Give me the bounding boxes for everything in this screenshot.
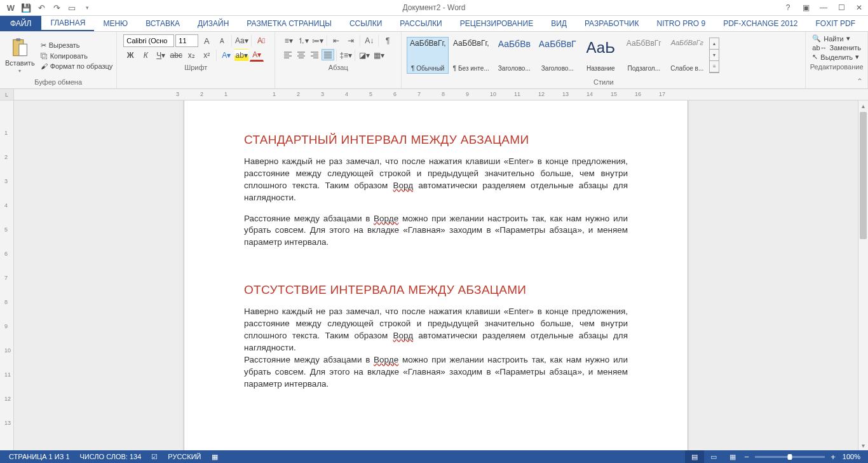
style-subtitle[interactable]: АаБбВвГгПодзагол... <box>623 37 665 74</box>
align-justify-icon[interactable] <box>322 49 334 60</box>
new-doc-icon[interactable]: ▭ <box>65 1 79 15</box>
cut-button[interactable]: ✂Вырезать <box>39 41 114 50</box>
paste-button[interactable]: Вставить ▾ <box>3 36 37 75</box>
tab-review[interactable]: РЕЦЕНЗИРОВАНИЕ <box>451 16 542 31</box>
text-effects-icon[interactable]: A▾ <box>219 49 233 62</box>
zoom-slider[interactable] <box>755 456 825 458</box>
align-left-icon[interactable] <box>281 49 294 60</box>
tab-home[interactable]: ГЛАВНАЯ <box>41 16 94 31</box>
italic-button[interactable]: К <box>139 49 153 62</box>
close-icon[interactable]: ✕ <box>850 1 868 15</box>
ruler-corner[interactable]: L <box>0 89 14 100</box>
align-right-icon[interactable] <box>308 49 321 60</box>
tab-view[interactable]: ВИД <box>542 16 576 31</box>
change-case-icon[interactable]: Aa▾ <box>234 34 248 47</box>
style-title[interactable]: АаЬНазвание <box>580 37 621 74</box>
scroll-down-icon[interactable]: ▾ <box>858 440 868 450</box>
zoom-thumb[interactable] <box>788 454 792 460</box>
svg-rect-2 <box>19 44 27 55</box>
tab-insert[interactable]: ВСТАВКА <box>137 16 189 31</box>
scroll-up-icon[interactable]: ▴ <box>858 100 868 111</box>
bold-button[interactable]: Ж <box>123 49 137 62</box>
styles-more-icon[interactable]: ≡ <box>710 61 719 73</box>
help-icon[interactable]: ? <box>779 1 797 15</box>
status-page[interactable]: СТРАНИЦА 1 ИЗ 1 <box>4 453 75 460</box>
view-print-icon[interactable]: ▤ <box>685 450 704 463</box>
redo-icon[interactable]: ↷ <box>50 1 64 15</box>
svg-rect-1 <box>17 38 21 41</box>
zoom-in-button[interactable]: + <box>829 452 837 462</box>
indent-icon[interactable]: ⇥ <box>344 34 358 47</box>
status-language[interactable]: РУССКИЙ <box>163 453 206 460</box>
macro-icon[interactable]: ▦ <box>207 453 223 461</box>
font-name-input[interactable] <box>123 34 174 47</box>
view-web-icon[interactable]: ▦ <box>723 450 742 463</box>
tab-pdfxchange[interactable]: PDF-XChange 2012 <box>714 16 806 31</box>
styles-down-icon[interactable]: ▾ <box>710 50 719 61</box>
proofing-icon[interactable]: ☑ <box>146 453 163 461</box>
style-normal[interactable]: АаБбВвГг,¶ Обычный <box>407 37 449 74</box>
zoom-value[interactable]: 100% <box>837 453 864 460</box>
zoom-out-button[interactable]: − <box>742 452 751 462</box>
format-painter-button[interactable]: 🖌Формат по образцу <box>39 62 114 71</box>
document-canvas[interactable]: СТАНДАРТНЫЙ ИНТЕРВАЛ МЕЖДУ АБЗАЦАМИ Наве… <box>14 100 858 450</box>
style-heading1[interactable]: АаБбВвЗаголово... <box>493 37 535 74</box>
tab-nitro[interactable]: NITRO PRO 9 <box>648 16 714 31</box>
highlight-icon[interactable]: ab▾ <box>234 49 248 62</box>
paragraph-4: Расстояние между абзацами в Ворде можно … <box>244 354 628 390</box>
superscript-button[interactable]: x² <box>200 49 214 62</box>
tab-menu[interactable]: Меню <box>94 16 137 31</box>
grow-font-icon[interactable]: A <box>200 34 214 47</box>
scroll-thumb[interactable] <box>860 112 867 239</box>
status-words[interactable]: ЧИСЛО СЛОВ: 134 <box>75 453 147 460</box>
font-size-input[interactable] <box>175 34 198 47</box>
scrollbar-vertical[interactable]: ▴ ▾ <box>858 100 868 450</box>
tab-references[interactable]: ССЫЛКИ <box>341 16 391 31</box>
tab-developer[interactable]: РАЗРАБОТЧИК <box>576 16 648 31</box>
line-spacing-icon[interactable]: ‡≡▾ <box>339 49 353 62</box>
view-read-icon[interactable]: ▭ <box>704 450 723 463</box>
paragraph-2: Расстояние между абзацами в Ворде можно … <box>244 213 628 249</box>
scissors-icon: ✂ <box>41 41 46 50</box>
numbering-icon[interactable]: ⒈▾ <box>296 34 310 47</box>
undo-icon[interactable]: ↶ <box>34 1 48 15</box>
shrink-font-icon[interactable]: A <box>215 34 229 47</box>
show-marks-icon[interactable]: ¶ <box>381 34 395 47</box>
page[interactable]: СТАНДАРТНЫЙ ИНТЕРВАЛ МЕЖДУ АБЗАЦАМИ Наве… <box>184 100 688 450</box>
tab-mailings[interactable]: РАССЫЛКИ <box>391 16 451 31</box>
clear-formatting-icon[interactable]: A⃠ <box>254 34 268 47</box>
maximize-icon[interactable]: ☐ <box>832 1 850 15</box>
multilevel-icon[interactable]: ≔▾ <box>311 34 325 47</box>
styles-up-icon[interactable]: ▴ <box>710 38 719 50</box>
align-center-icon[interactable] <box>295 49 308 60</box>
collapse-ribbon-icon[interactable]: ⌃ <box>854 77 865 86</box>
ruler-horizontal[interactable]: 3211234567891011121314151617 <box>14 89 868 100</box>
copy-button[interactable]: ⿻Копировать <box>39 52 114 60</box>
tab-layout[interactable]: РАЗМЕТКА СТРАНИЦЫ <box>238 16 341 31</box>
qa-customize-icon[interactable]: ▾ <box>80 1 94 15</box>
style-nospace[interactable]: АаБбВвГг,¶ Без инте... <box>450 37 492 74</box>
ruler-vertical[interactable]: 12345678910111213 <box>0 100 14 450</box>
shading-icon[interactable]: ◪▾ <box>357 49 371 62</box>
strikethrough-button[interactable]: abc <box>169 49 183 62</box>
ruler-horizontal-wrap: L 3211234567891011121314151617 <box>0 89 868 100</box>
outdent-icon[interactable]: ⇤ <box>329 34 343 47</box>
replace-button[interactable]: ab↔Заменить <box>812 44 861 52</box>
tab-file[interactable]: ФАЙЛ <box>0 16 41 31</box>
tab-foxit[interactable]: Foxit PDF <box>807 16 864 31</box>
select-button[interactable]: ↖Выделить ▾ <box>812 53 861 61</box>
save-icon[interactable]: 💾 <box>19 1 33 15</box>
minimize-icon[interactable]: — <box>815 1 832 15</box>
ribbon-display-icon[interactable]: ▣ <box>797 1 815 15</box>
tab-design[interactable]: ДИЗАЙН <box>189 16 238 31</box>
style-heading2[interactable]: АаБбВвГЗаголово... <box>536 37 578 74</box>
replace-icon: ab↔ <box>812 44 827 52</box>
borders-icon[interactable]: ▦▾ <box>372 49 386 62</box>
subscript-button[interactable]: x₂ <box>184 49 198 62</box>
style-emphasis[interactable]: АаБбВвГгСлабое в... <box>666 37 708 74</box>
sort-icon[interactable]: A↓ <box>362 34 376 47</box>
bullets-icon[interactable]: ≡▾ <box>281 34 295 47</box>
find-button[interactable]: 🔍Найти ▾ <box>812 34 861 43</box>
underline-button[interactable]: Ч▾ <box>154 49 168 62</box>
font-color-icon[interactable]: A▾ <box>250 49 264 62</box>
